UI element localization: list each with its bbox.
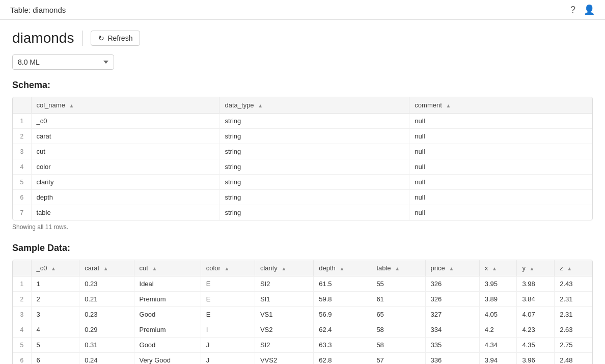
version-dropdown[interactable]: 8.0 ML [12,54,114,70]
dropdown-wrapper: 8.0 ML [12,54,593,70]
schema-col-col_name[interactable]: col_name ▲ [31,97,219,114]
cell-comment: null [409,129,592,144]
sample-col-x[interactable]: x ▲ [479,260,517,276]
row-num: 5 [13,175,31,190]
cell-col_name: _c0 [31,114,219,129]
cell-table: 61 [371,292,425,307]
cell-depth: 56.9 [314,307,371,322]
cell-depth: 62.4 [314,322,371,338]
schema-col-data_type[interactable]: data_type ▲ [219,97,409,114]
cell-c0: 5 [31,338,79,353]
cell-color: J [201,353,255,365]
page-header: diamonds ↻ Refresh [12,30,593,46]
cell-table: 58 [371,338,425,353]
table-row: 7 table string null [13,205,592,220]
cell-data_type: string [219,175,409,190]
table-row: 5 clarity string null [13,175,592,190]
sample-col-z[interactable]: z ▲ [555,260,592,276]
row-num: 4 [13,159,31,175]
sample-section: Sample Data: _c0 ▲ carat ▲ cut ▲ color ▲… [12,243,593,364]
table-row: 3 cut string null [13,144,592,159]
cell-x: 4.2 [479,322,517,338]
table-row: 3 3 0.23 Good E VS1 56.9 65 327 4.05 4.0… [13,307,592,322]
schema-table-container: col_name ▲ data_type ▲ comment ▲ 1 _c0 s… [12,97,593,220]
cell-table: 65 [371,307,425,322]
cell-carat: 0.31 [79,338,134,353]
cell-z: 2.75 [555,338,592,353]
cell-table: 57 [371,353,425,365]
sample-section-title: Sample Data: [12,243,593,254]
schema-col-comment[interactable]: comment ▲ [409,97,592,114]
refresh-label: Refresh [107,34,132,42]
table-row: 6 6 0.24 Very Good J VVS2 62.8 57 336 3.… [13,353,592,365]
cell-y: 4.23 [517,322,555,338]
cell-table: 58 [371,322,425,338]
row-num: 1 [13,276,31,292]
cell-depth: 62.8 [314,353,371,365]
cell-z: 2.31 [555,307,592,322]
help-icon[interactable]: ? [570,5,575,15]
cell-price: 326 [425,276,479,292]
top-bar: Table: diamonds ? 👤 [0,0,605,20]
cell-col_name: depth [31,190,219,205]
sample-col-clarity[interactable]: clarity ▲ [255,260,313,276]
cell-price: 326 [425,292,479,307]
cell-color: E [201,307,255,322]
page-title: diamonds [12,30,74,46]
cell-c0: 2 [31,292,79,307]
refresh-button[interactable]: ↻ Refresh [91,31,140,46]
cell-c0: 1 [31,276,79,292]
sort-icon-x: ▲ [492,266,497,271]
cell-color: J [201,338,255,353]
cell-c0: 6 [31,353,79,365]
schema-tbody: 1 _c0 string null 2 carat string null 3 … [13,114,592,220]
sort-icon-data_type: ▲ [258,103,263,108]
sample-col-carat[interactable]: carat ▲ [79,260,134,276]
cell-comment: null [409,175,592,190]
main-content: diamonds ↻ Refresh 8.0 ML Schema: col_na… [0,20,605,364]
sample-col-table[interactable]: table ▲ [371,260,425,276]
sample-col-c0[interactable]: _c0 ▲ [31,260,79,276]
user-icon[interactable]: 👤 [584,4,595,15]
cell-comment: null [409,205,592,220]
cell-c0: 4 [31,322,79,338]
cell-price: 335 [425,338,479,353]
table-row: 2 2 0.21 Premium E SI1 59.8 61 326 3.89 … [13,292,592,307]
cell-carat: 0.29 [79,322,134,338]
sample-header-row: _c0 ▲ carat ▲ cut ▲ color ▲ clarity ▲ de… [13,260,592,276]
row-num: 3 [13,307,31,322]
cell-c0: 3 [31,307,79,322]
sort-icon-c0: ▲ [51,266,56,271]
cell-data_type: string [219,129,409,144]
cell-col_name: cut [31,144,219,159]
cell-y: 4.07 [517,307,555,322]
cell-carat: 0.23 [79,276,134,292]
table-row: 2 carat string null [13,129,592,144]
row-num: 5 [13,338,31,353]
row-num: 2 [13,292,31,307]
cell-x: 3.89 [479,292,517,307]
schema-section: Schema: col_name ▲ data_type ▲ comment ▲… [12,80,593,231]
cell-table: 55 [371,276,425,292]
cell-col_name: carat [31,129,219,144]
cell-comment: null [409,159,592,175]
sort-icon-y: ▲ [530,266,535,271]
sample-col-price[interactable]: price ▲ [425,260,479,276]
cell-clarity: SI2 [255,276,313,292]
cell-depth: 59.8 [314,292,371,307]
sample-col-color[interactable]: color ▲ [201,260,255,276]
sample-col-cut[interactable]: cut ▲ [134,260,201,276]
top-bar-icons: ? 👤 [570,4,595,15]
sample-col-num [13,260,31,276]
schema-section-title: Schema: [12,80,593,91]
sort-icon-color: ▲ [225,266,230,271]
sort-icon-col_name: ▲ [69,103,74,108]
cell-z: 2.31 [555,292,592,307]
cell-cut: Ideal [134,276,201,292]
table-row: 4 4 0.29 Premium I VS2 62.4 58 334 4.2 4… [13,322,592,338]
cell-col_name: color [31,159,219,175]
schema-col-num [13,97,31,114]
table-row: 5 5 0.31 Good J SI2 63.3 58 335 4.34 4.3… [13,338,592,353]
sample-col-depth[interactable]: depth ▲ [314,260,371,276]
sample-col-y[interactable]: y ▲ [517,260,555,276]
